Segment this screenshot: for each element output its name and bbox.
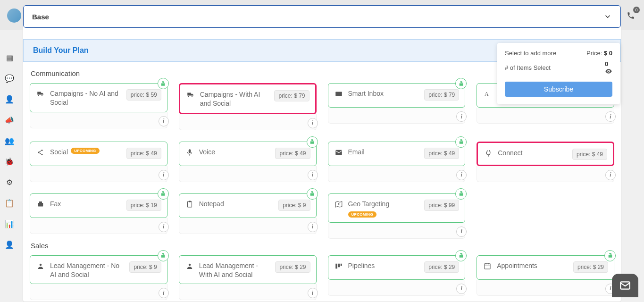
info-icon[interactable]: i bbox=[159, 288, 169, 298]
mic-icon bbox=[185, 148, 194, 157]
item-info-row: i bbox=[30, 166, 167, 182]
svg-text:A: A bbox=[485, 91, 489, 97]
plan-item: Campaigns - With AI and Socialprice: $ 7… bbox=[179, 83, 317, 130]
plan-item-card[interactable]: Voiceprice: $ 49 bbox=[179, 142, 317, 166]
rail-table-icon[interactable]: 📊 bbox=[4, 218, 15, 229]
person-icon bbox=[36, 261, 45, 271]
price-chip: price: $ 49 bbox=[424, 148, 459, 159]
plan-item: Emailprice: $ 49i bbox=[328, 142, 466, 182]
price-chip: price: $ 29 bbox=[424, 261, 459, 273]
plan-item-card[interactable]: Smart Inboxprice: $ 79 bbox=[328, 83, 466, 108]
avatar[interactable] bbox=[7, 8, 21, 23]
rail-chat-icon[interactable]: 💬 bbox=[4, 73, 15, 84]
plan-builder-panel: Base Build Your Plan Select to add more … bbox=[23, 5, 621, 302]
plan-item-card[interactable]: Campaigns - No AI and Socialprice: $ 59 bbox=[30, 83, 167, 112]
plan-item: SocialUPCOMINGprice: $ 49i bbox=[30, 142, 167, 182]
rail-bug-icon[interactable]: 🐞 bbox=[4, 156, 15, 167]
plan-item: Smart Inboxprice: $ 79i bbox=[328, 83, 466, 130]
plan-item: Voiceprice: $ 49i bbox=[179, 142, 317, 182]
summary-add-more-label: Select to add more bbox=[505, 50, 556, 57]
info-icon[interactable]: i bbox=[605, 170, 616, 180]
plan-item-card[interactable]: Faxprice: $ 19 bbox=[30, 193, 167, 218]
plan-item-card[interactable]: Campaigns - With AI and Socialprice: $ 7… bbox=[179, 83, 317, 114]
item-title: Campaigns - With AI and Social bbox=[200, 90, 271, 108]
info-icon[interactable]: i bbox=[456, 111, 467, 122]
info-icon[interactable]: i bbox=[308, 288, 318, 298]
item-title: Email bbox=[348, 148, 365, 157]
plan-item-card[interactable]: Geo TargetingUPCOMINGprice: $ 99 bbox=[328, 193, 466, 223]
rail-people-icon[interactable]: 👥 bbox=[4, 135, 15, 146]
svg-rect-15 bbox=[187, 201, 192, 207]
plan-item-card[interactable]: Emailprice: $ 49 bbox=[328, 142, 466, 166]
summary-items-value: 0 bbox=[605, 60, 608, 67]
item-info-row: i bbox=[179, 166, 317, 182]
info-icon[interactable]: i bbox=[456, 226, 467, 237]
unlock-icon bbox=[604, 250, 616, 261]
truck-icon bbox=[36, 89, 45, 99]
item-title: Geo Targeting bbox=[348, 200, 390, 209]
item-info-row: i bbox=[477, 166, 614, 182]
item-title-area: Geo TargetingUPCOMING bbox=[348, 200, 421, 218]
chevron-down-icon bbox=[603, 12, 612, 21]
rail-list-icon[interactable]: 📋 bbox=[4, 197, 15, 209]
person-icon bbox=[185, 261, 194, 271]
plan-item: Faxprice: $ 19i bbox=[30, 193, 167, 239]
info-icon[interactable]: i bbox=[308, 118, 318, 128]
item-title-area: Email bbox=[348, 148, 421, 157]
items-grid: Lead Management - No AI and Socialprice:… bbox=[30, 255, 614, 301]
rail-dashboard-icon[interactable]: ▦ bbox=[4, 52, 15, 63]
item-title: Connect bbox=[498, 149, 522, 158]
item-title-area: Pipelines bbox=[348, 261, 421, 270]
item-info-row: i bbox=[328, 166, 466, 182]
info-icon[interactable]: i bbox=[308, 222, 318, 232]
summary-items-label: # of Items Select bbox=[505, 64, 551, 71]
info-icon[interactable]: i bbox=[159, 222, 169, 232]
category-section: SalesLead Management - No AI and Socialp… bbox=[30, 242, 614, 301]
envelope-icon bbox=[334, 148, 343, 157]
item-info-row: i bbox=[477, 280, 614, 296]
subscribe-button[interactable]: Subscribe bbox=[505, 82, 612, 97]
help-fab[interactable] bbox=[612, 274, 638, 297]
price-chip: price: $ 79 bbox=[424, 89, 459, 101]
plan-item-card[interactable]: Appointmentsprice: $ 29 bbox=[477, 255, 614, 280]
phone-button[interactable]: 0 bbox=[624, 8, 638, 23]
item-title-area: Appointments bbox=[497, 261, 569, 270]
svg-point-19 bbox=[189, 263, 191, 266]
rail-gear-icon[interactable]: ⚙ bbox=[4, 176, 15, 188]
item-info-row: i bbox=[477, 108, 614, 124]
rail-megaphone-icon[interactable]: 📣 bbox=[4, 114, 15, 126]
svg-point-0 bbox=[608, 71, 610, 72]
item-info-row: i bbox=[328, 223, 466, 239]
item-info-row: i bbox=[328, 280, 466, 296]
plan-item-card[interactable]: Lead Management - With AI and Socialpric… bbox=[179, 255, 317, 285]
info-icon[interactable]: i bbox=[456, 284, 467, 294]
item-title: Voice bbox=[199, 148, 215, 157]
rail-user-icon[interactable]: 👤 bbox=[4, 239, 15, 250]
plan-item-card[interactable]: Notepadprice: $ 9 bbox=[179, 193, 317, 218]
info-icon[interactable]: i bbox=[605, 111, 616, 122]
svg-rect-23 bbox=[485, 263, 490, 268]
info-icon[interactable]: i bbox=[159, 116, 169, 126]
info-icon[interactable]: i bbox=[308, 170, 318, 180]
unlock-icon bbox=[158, 188, 169, 200]
plan-item-card[interactable]: Lead Management - No AI and Socialprice:… bbox=[30, 255, 167, 285]
eye-icon[interactable] bbox=[605, 67, 612, 75]
svg-point-7 bbox=[38, 151, 39, 153]
svg-point-8 bbox=[42, 150, 43, 151]
info-icon[interactable]: i bbox=[456, 170, 467, 180]
item-title-area: Connect bbox=[498, 149, 569, 158]
unlock-icon bbox=[455, 188, 467, 200]
plan-item-card[interactable]: SocialUPCOMINGprice: $ 49 bbox=[30, 142, 167, 166]
base-plan-select[interactable]: Base bbox=[23, 5, 621, 28]
item-info-row: i bbox=[30, 112, 167, 128]
left-nav-rail: ▦ 💬 👤 📣 👥 🐞 ⚙ 📋 📊 👤 bbox=[0, 47, 19, 255]
letter-icon: A bbox=[483, 89, 492, 99]
plan-item-card[interactable]: Connectprice: $ 49 bbox=[477, 142, 614, 166]
plan-item-card[interactable]: Pipelinesprice: $ 29 bbox=[328, 255, 466, 280]
rail-contact-icon[interactable]: 👤 bbox=[4, 93, 15, 105]
price-chip: price: $ 49 bbox=[126, 148, 161, 159]
info-icon[interactable]: i bbox=[159, 170, 169, 180]
unlock-icon bbox=[455, 250, 467, 261]
truck-icon bbox=[186, 90, 195, 100]
calendar-icon bbox=[483, 261, 492, 271]
